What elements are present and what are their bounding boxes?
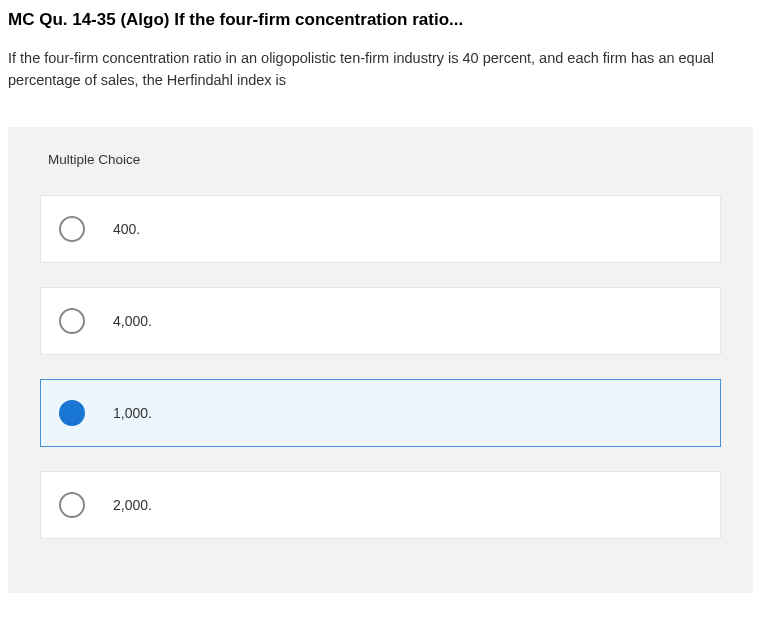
option-label: 1,000.: [113, 405, 152, 421]
option-label: 4,000.: [113, 313, 152, 329]
section-label: Multiple Choice: [8, 127, 753, 195]
option-3[interactable]: 2,000.: [40, 471, 721, 539]
question-text: If the four-firm concentration ratio in …: [8, 48, 753, 92]
multiple-choice-container: Multiple Choice 400. 4,000. 1,000. 2,000…: [8, 127, 753, 593]
option-label: 400.: [113, 221, 140, 237]
option-2[interactable]: 1,000.: [40, 379, 721, 447]
radio-icon-selected: [59, 400, 85, 426]
option-0[interactable]: 400.: [40, 195, 721, 263]
option-label: 2,000.: [113, 497, 152, 513]
options-list: 400. 4,000. 1,000. 2,000.: [8, 195, 753, 593]
radio-icon: [59, 308, 85, 334]
option-1[interactable]: 4,000.: [40, 287, 721, 355]
question-title: MC Qu. 14-35 (Algo) If the four-firm con…: [8, 10, 753, 30]
radio-icon: [59, 492, 85, 518]
radio-icon: [59, 216, 85, 242]
